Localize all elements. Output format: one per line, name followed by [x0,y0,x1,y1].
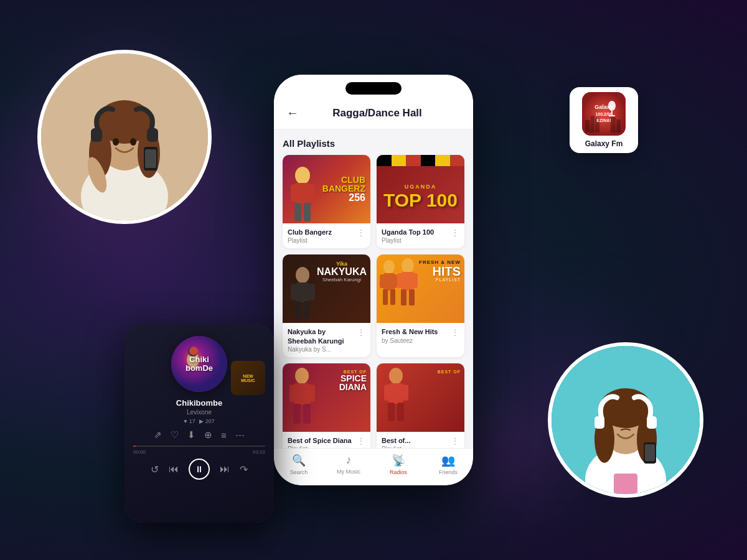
download-icon[interactable]: ⬇ [187,429,195,441]
next-icon[interactable]: ⏭ [220,464,230,475]
playlist-sub-fresh: by Sauteez [382,337,438,344]
nav-my-music[interactable]: ♪ My Music [324,454,374,475]
mini-player-screen: ChikibomDe NEWMUSIC Chikibombe Levixone … [125,324,274,523]
playlist-card-club-bangerz[interactable]: CLUB BANGERZ 256 Club Bangerz Playlist ⋮ [283,155,370,248]
mini-plays: ▶ 207 [199,418,215,424]
nav-search[interactable]: 🔍 Search [274,454,324,475]
svg-rect-50 [289,385,296,402]
svg-point-36 [383,260,395,274]
playlist-card-fresh-hits[interactable]: FRESH & NEW HITS PLAYLIST Fresh & New Hi… [377,254,464,357]
playlist-menu-uganda[interactable]: ⋮ [451,228,459,238]
forward-icon[interactable]: ↷ [240,464,248,475]
playlist-thumb-spice: BEST OF SPICE DIANA [283,363,370,432]
person-photo-right [548,342,703,498]
section-title: All Playlists [283,138,464,149]
playlist-info-uganda: Uganda Top 100 Playlist ⋮ [377,223,464,248]
play-pause-button[interactable]: ⏸ [189,459,210,480]
progress-times: 00:00 03:22 [133,449,265,455]
friends-nav-icon: 👥 [441,454,455,467]
radio-nav-icon: 📡 [392,454,405,467]
playlist-name-fresh: Fresh & New Hits [382,327,438,336]
svg-rect-38 [380,274,385,288]
svg-rect-56 [384,385,390,401]
like-icon[interactable]: ♡ [171,429,179,441]
svg-rect-59 [397,403,404,421]
total-time: 03:22 [253,449,265,455]
share-icon[interactable]: ⇗ [154,429,162,441]
playlist-card-uganda-top100[interactable]: UGANDA TOP 100 Uganda Top 100 Playlist ⋮ [377,155,464,248]
playlist-menu-nakyuka[interactable]: ⋮ [357,327,365,337]
playlist-content[interactable]: All Playlists [274,129,473,448]
music-nav-icon: ♪ [346,454,352,467]
playlist-name-nakyuka: Nakyuka by Sheebah Karungi [288,327,354,345]
svg-point-54 [389,368,403,384]
prev-icon[interactable]: ⏮ [169,464,179,475]
mini-controls-top: ⇗ ♡ ⬇ ⊕ ≡ ⋯ [154,429,245,441]
playlist-card-partial[interactable]: BEST OF Best of... Playlist ⋮ [377,363,464,448]
equalizer-icon[interactable]: ≡ [221,430,227,441]
galaxy-fm-badge[interactable]: Galaxy100.2/90EZINA! Galaxy Fm [570,87,638,153]
progress-bar[interactable] [133,446,265,447]
playlist-name-club-bangerz: Club Bangerz [288,228,332,236]
playlist-menu-partial[interactable]: ⋮ [451,436,459,446]
play-count-icon: ▶ [199,418,204,424]
svg-rect-27 [309,184,315,202]
svg-rect-46 [401,289,406,306]
person-right-bg [552,346,700,494]
galaxy-logo-text: Galaxy100.2/90EZINA! [592,101,616,126]
mini-song-artist: Levixone [187,409,212,416]
svg-rect-70 [616,119,621,133]
plays-count: 207 [205,418,215,424]
playlist-card-spice-diana[interactable]: BEST OF SPICE DIANA Best of Spice Diana … [283,363,370,448]
svg-rect-6 [91,128,102,142]
search-nav-icon: 🔍 [292,454,306,467]
radio-nav-label: Radios [390,469,407,475]
svg-rect-32 [291,284,296,300]
repeat-icon[interactable]: ↺ [151,464,159,475]
svg-point-48 [295,368,309,384]
svg-rect-19 [594,416,604,429]
svg-rect-11 [145,149,156,168]
playlist-info-nakyuka: Nakyuka by Sheebah Karungi Nakyuka by S.… [283,323,370,357]
add-to-queue-icon[interactable]: ⊕ [204,429,212,441]
svg-rect-51 [309,385,315,402]
back-button[interactable]: ← [286,106,299,120]
person-left-illustration [41,54,208,220]
nav-radios[interactable]: 📡 Radios [374,454,423,475]
playlist-card-nakyuka[interactable]: Yika NAKYUKA Sheebah Karungi Nakyuka by … [283,254,370,357]
playlist-info-fresh: Fresh & New Hits by Sauteez ⋮ [377,323,464,348]
playlist-name-spice: Best of Spice Diana [288,436,352,445]
svg-rect-22 [645,444,655,461]
playlist-name-uganda: Uganda Top 100 [382,228,434,236]
album-art: ChikibomDe [171,336,227,392]
svg-rect-7 [147,128,158,142]
mini-song-title: Chikibombe [176,398,222,408]
galaxy-logo: Galaxy100.2/90EZINA! [582,92,626,136]
svg-rect-39 [392,274,397,288]
playlist-menu-club-bangerz[interactable]: ⋮ [357,228,365,238]
bottom-navigation: 🔍 Search ♪ My Music 📡 Radios 👥 Friends [274,448,473,485]
current-time: 00:00 [133,449,146,455]
progress-fill [133,446,136,447]
mini-likes: ♥ 17 [184,418,195,424]
svg-rect-35 [304,301,310,319]
playlist-menu-fresh[interactable]: ⋮ [451,327,459,337]
likes-count: 17 [189,418,195,424]
playlist-thumb-uganda: UGANDA TOP 100 [377,155,464,223]
svg-rect-20 [647,416,657,429]
svg-rect-40 [383,289,388,305]
svg-rect-57 [403,385,408,401]
svg-rect-28 [294,203,301,222]
playlist-thumb-club-bangerz: CLUB BANGERZ 256 [283,155,370,223]
playlist-menu-spice[interactable]: ⋮ [357,436,365,446]
more-options-icon[interactable]: ⋯ [235,429,245,441]
svg-rect-47 [409,289,415,306]
person-right-illustration [552,346,700,494]
nav-friends[interactable]: 👥 Friends [423,454,473,475]
mini-meta: ♥ 17 ▶ 207 [184,418,214,424]
svg-point-8 [113,138,119,146]
svg-rect-45 [412,273,418,288]
svg-rect-34 [295,301,301,319]
playlist-name-partial: Best of... [382,436,410,445]
playlist-grid: CLUB BANGERZ 256 Club Bangerz Playlist ⋮ [283,155,464,448]
